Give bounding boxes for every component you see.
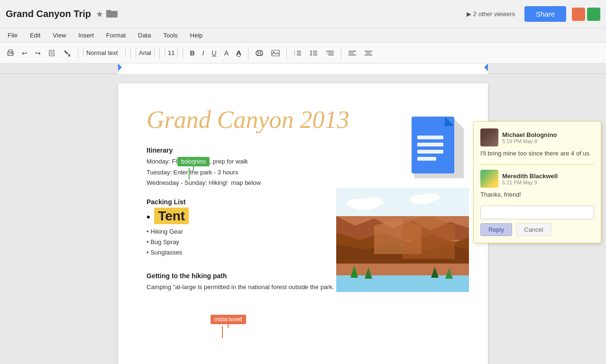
comment-author-2: Meredith Blackwell [502, 173, 558, 180]
menu-help[interactable]: Help [188, 31, 205, 40]
svg-point-20 [310, 50, 312, 52]
comment-actions: Reply Cancel [480, 223, 594, 236]
copy-format-button[interactable] [46, 47, 59, 59]
gdocs-icon [407, 112, 464, 178]
toolbar-sep-1 [78, 47, 78, 59]
comment-meta-2: Meredith Blackwell 5:21 PM May 9 [502, 173, 558, 185]
user-avatar-orange [572, 8, 585, 21]
ruler-left-margin[interactable] [118, 64, 122, 71]
svg-rect-1 [106, 10, 111, 12]
toolbar-sep-7 [341, 47, 341, 59]
star-icon[interactable]: ★ [96, 9, 103, 19]
menu-tools[interactable]: Tools [161, 31, 179, 40]
menu-format[interactable]: Format [104, 31, 128, 40]
toolbar-sep-4 [183, 47, 183, 59]
menu-view[interactable]: View [51, 31, 68, 40]
toolbar-sep-2 [130, 47, 131, 59]
redo-button[interactable]: ↪ [32, 47, 44, 59]
reply-input[interactable] [480, 206, 594, 219]
italic-button[interactable]: I [200, 47, 207, 59]
menu-bar: File Edit View Insert Format Data Tools … [0, 28, 606, 43]
itinerary-line-3: Wednesday - Sunday: Hiking! map below [147, 178, 459, 188]
toolbar-sep-3 [159, 47, 160, 59]
svg-text:3: 3 [294, 54, 295, 56]
menu-insert[interactable]: Insert [76, 31, 96, 40]
cursor-bolognino: bolognino [177, 157, 210, 166]
cursor-mblackwell-line [222, 326, 223, 338]
svg-rect-38 [417, 157, 436, 161]
font-selector[interactable]: Arial [136, 48, 155, 57]
style-selector[interactable]: Normal text [83, 48, 126, 57]
indent-button[interactable] [323, 48, 337, 58]
text-color-button[interactable]: A [221, 47, 231, 59]
print-button[interactable] [4, 47, 17, 59]
svg-rect-7 [50, 51, 53, 55]
svg-rect-0 [106, 11, 118, 18]
user-avatar-green [587, 8, 600, 21]
comment-panel: Michael Bolognino 5:19 PM May 9 I'll bri… [473, 121, 601, 243]
bullet-large: • [147, 211, 150, 223]
comment-text-2: Thanks, friend! [480, 191, 594, 199]
cursor-mblackwell: mblackwell [211, 315, 246, 324]
toolbar-sep-5 [248, 47, 248, 59]
user-avatars [572, 8, 600, 21]
comment-header-2: Meredith Blackwell 5:21 PM May 9 [480, 170, 594, 188]
avatar-michael [480, 128, 498, 146]
viewers-area: ▶ 2 other viewers [467, 10, 515, 18]
numbered-list-button[interactable]: 123 [291, 48, 305, 58]
comment-entry-2: Meredith Blackwell 5:21 PM May 9 Thanks,… [480, 170, 594, 199]
svg-point-5 [12, 53, 13, 54]
align-center-button[interactable] [361, 48, 376, 58]
menu-data[interactable]: Data [136, 31, 153, 40]
menu-edit[interactable]: Edit [28, 31, 42, 40]
align-left-button[interactable] [345, 48, 359, 58]
canyon-image [336, 188, 469, 292]
avatar-meredith [480, 170, 498, 188]
font-size-selector[interactable]: 11 [165, 48, 178, 57]
bullet-list-button[interactable] [307, 48, 321, 58]
viewers-text: 2 other viewers [473, 10, 515, 18]
svg-point-21 [310, 52, 312, 54]
svg-rect-37 [417, 150, 443, 154]
cancel-button[interactable]: Cancel [516, 223, 551, 236]
comment-meta-1: Michael Bolognino 5:19 PM May 9 [502, 131, 557, 144]
highlight-button[interactable]: A̲ [233, 47, 244, 59]
bold-button[interactable]: B [187, 47, 197, 59]
comment-text-1: I'll bring mine too since there are 4 of… [480, 149, 594, 158]
comment-divider [480, 164, 594, 165]
svg-rect-4 [9, 54, 12, 55]
menu-file[interactable]: File [6, 31, 19, 40]
doc-title: Grand Canyon Trip [6, 9, 91, 19]
title-bar: Grand Canyon Trip ★ ▶ 2 other viewers Sh… [0, 0, 606, 28]
comment-time-2: 5:21 PM May 9 [502, 180, 558, 185]
reply-button[interactable]: Reply [480, 223, 512, 236]
ruler-bar [118, 64, 488, 74]
underline-button[interactable]: U [209, 47, 220, 59]
image-button[interactable] [268, 48, 283, 58]
svg-point-44 [422, 193, 440, 201]
cursor-bolognino-line [189, 168, 190, 180]
comment-author-1: Michael Bolognino [502, 131, 557, 138]
comment-entry-1: Michael Bolognino 5:19 PM May 9 I'll bri… [480, 128, 594, 158]
svg-marker-55 [403, 216, 455, 259]
comment-header-1: Michael Bolognino 5:19 PM May 9 [480, 128, 594, 146]
viewers-arrow: ▶ [467, 10, 471, 18]
comment-time-1: 5:19 PM May 9 [502, 138, 557, 144]
ruler [0, 64, 606, 74]
paint-format-button[interactable] [61, 47, 74, 59]
svg-point-41 [365, 197, 384, 207]
main-area: bolognino mblackwell Grand Canyon 2013 I… [0, 74, 606, 364]
toolbar: ↩ ↪ Normal text Arial 11 B I U A A̲ 123 [0, 43, 606, 64]
folder-icon[interactable] [106, 9, 118, 19]
share-button[interactable]: Share [524, 6, 566, 22]
svg-rect-35 [417, 136, 443, 139]
toolbar-sep-6 [286, 47, 287, 59]
svg-point-42 [347, 199, 364, 208]
link-button[interactable] [252, 48, 266, 58]
ruler-right-margin[interactable] [484, 64, 488, 71]
svg-rect-36 [417, 143, 443, 146]
svg-point-22 [310, 54, 312, 55]
undo-button[interactable]: ↩ [19, 47, 30, 59]
tent-item: Tent [154, 208, 189, 224]
